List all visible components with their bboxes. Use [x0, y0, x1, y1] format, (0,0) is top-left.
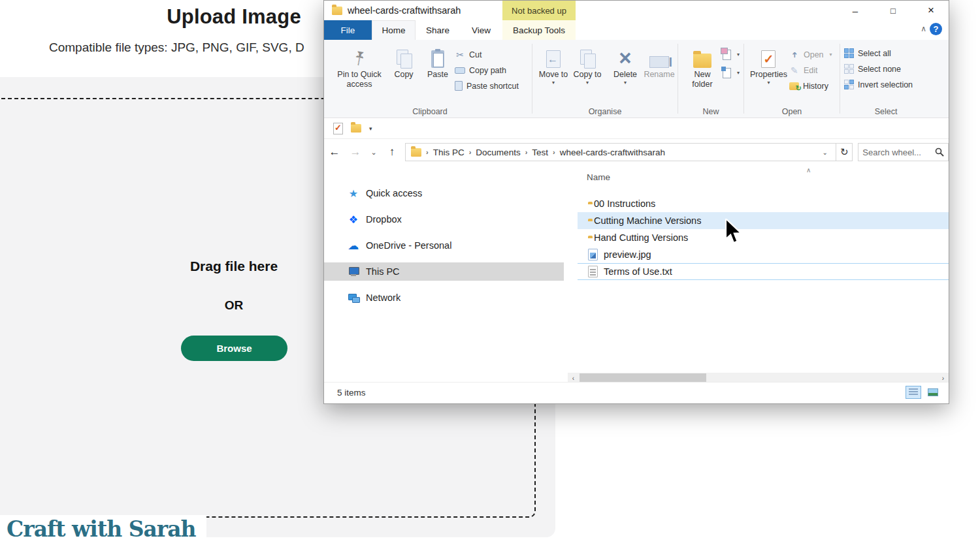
- select-all-button[interactable]: Select all: [844, 47, 913, 59]
- qat-folder-icon[interactable]: [351, 124, 361, 133]
- file-row-terms-of-use-txt[interactable]: Terms of Use.txt: [578, 263, 949, 280]
- scroll-left-icon[interactable]: ‹: [568, 375, 579, 382]
- details-view-icon: [909, 388, 918, 396]
- search-box[interactable]: [858, 143, 949, 161]
- file-list-pane: ∧ Name 00 Instructions Cutting Machine V…: [578, 165, 949, 373]
- scrollbar-thumb[interactable]: [580, 373, 706, 383]
- open-icon: [789, 50, 800, 60]
- maximize-button[interactable]: □: [878, 1, 908, 20]
- file-row-cutting-machine-versions[interactable]: Cutting Machine Versions: [578, 212, 949, 229]
- delete-button[interactable]: Delete: [608, 43, 642, 87]
- new-folder-icon: [693, 54, 711, 68]
- thumbnail-view-button[interactable]: [925, 386, 941, 399]
- edit-button[interactable]: Edit: [789, 64, 832, 76]
- window-folder-icon: [332, 7, 342, 15]
- paste-icon: [431, 50, 444, 68]
- breadcrumb-this-pc[interactable]: This PC: [431, 146, 467, 159]
- help-icon[interactable]: ?: [930, 23, 942, 35]
- ribbon-group-open: Properties Open Edit History Open: [744, 40, 840, 118]
- close-button[interactable]: ×: [916, 1, 946, 20]
- search-icon: [935, 148, 944, 157]
- recent-locations-dropdown-icon[interactable]: ⌄: [366, 148, 382, 157]
- select-none-button[interactable]: Select none: [844, 63, 913, 75]
- navigation-pane: Quick access Dropbox OneDrive - Personal…: [324, 165, 576, 382]
- qat-customize-dropdown-icon[interactable]: ▾: [369, 125, 372, 132]
- invert-selection-button[interactable]: Invert selection: [844, 78, 913, 91]
- sidebar-item-quick-access[interactable]: Quick access: [324, 184, 564, 202]
- text-file-icon: [588, 266, 598, 277]
- move-to-button[interactable]: Move to: [536, 43, 570, 87]
- column-header-name[interactable]: Name: [587, 172, 610, 182]
- forward-button[interactable]: →: [345, 146, 366, 159]
- copy-path-icon: [455, 67, 465, 74]
- back-button[interactable]: ←: [324, 146, 345, 159]
- breadcrumb-current-folder[interactable]: wheel-cards-craftwithsarah: [557, 146, 668, 159]
- tab-view[interactable]: View: [460, 20, 502, 40]
- breadcrumb-test[interactable]: Test: [529, 146, 551, 159]
- select-none-icon: [844, 64, 854, 74]
- navigation-bar: ← → ⌄ ↑ This PC Documents Test wheel-car…: [324, 139, 949, 165]
- new-folder-button[interactable]: New folder: [682, 43, 723, 91]
- file-row-00-instructions[interactable]: 00 Instructions: [578, 195, 949, 212]
- new-group-label: New: [678, 107, 743, 116]
- quick-access-toolbar: ▾: [324, 118, 949, 139]
- sidebar-item-dropbox[interactable]: Dropbox: [324, 210, 564, 228]
- site-logo: Craft with Sarah: [0, 515, 206, 546]
- open-button[interactable]: Open: [789, 48, 832, 61]
- sidebar-item-onedrive[interactable]: OneDrive - Personal: [324, 236, 564, 255]
- address-dropdown-icon[interactable]: ⌄: [817, 149, 833, 156]
- image-file-icon: [588, 249, 598, 260]
- file-row-preview-jpg[interactable]: preview.jpg: [578, 246, 949, 263]
- chevron-right-icon[interactable]: [525, 148, 529, 156]
- move-to-icon: [546, 50, 561, 68]
- sort-ascending-icon[interactable]: ∧: [806, 166, 811, 174]
- easy-access-button[interactable]: [723, 48, 740, 61]
- file-row-hand-cutting-versions[interactable]: Hand Cutting Versions: [578, 229, 949, 246]
- details-view-button[interactable]: [906, 386, 921, 399]
- history-button[interactable]: History: [789, 80, 832, 92]
- clipboard-group-label: Clipboard: [328, 107, 532, 116]
- ribbon-group-clipboard: 📌︎ Pin to Quick access Copy Paste Cut Co…: [328, 40, 532, 118]
- copy-to-icon: [580, 50, 595, 68]
- status-bar: 5 items: [324, 382, 949, 403]
- ribbon-group-select: Select all Select none Invert selection …: [840, 40, 932, 118]
- paste-shortcut-button[interactable]: Paste shortcut: [455, 80, 519, 92]
- rename-button[interactable]: Rename: [642, 43, 676, 81]
- scroll-right-icon[interactable]: ›: [938, 375, 949, 382]
- sidebar-item-network[interactable]: Network: [324, 289, 564, 307]
- copy-to-button[interactable]: Copy to: [570, 43, 604, 87]
- thumbnail-view-icon: [928, 388, 938, 396]
- tab-share[interactable]: Share: [416, 20, 460, 40]
- tab-file[interactable]: File: [324, 20, 372, 40]
- collapse-ribbon-icon[interactable]: ∧: [921, 24, 926, 33]
- tab-backup-tools[interactable]: Backup Tools: [502, 20, 576, 40]
- chevron-right-icon[interactable]: [552, 148, 556, 156]
- copy-path-button[interactable]: Copy path: [455, 64, 519, 76]
- chevron-right-icon[interactable]: [425, 148, 429, 156]
- invert-selection-icon: [844, 80, 854, 89]
- breadcrumb-documents[interactable]: Documents: [473, 146, 523, 159]
- cut-button[interactable]: Cut: [455, 48, 519, 61]
- qat-properties-icon[interactable]: [333, 123, 343, 134]
- paste-button[interactable]: Paste: [421, 43, 455, 81]
- not-backed-up-badge: Not backed up: [502, 1, 576, 20]
- new-item-icon: [723, 68, 731, 78]
- cut-icon: [455, 50, 465, 60]
- minimize-button[interactable]: –: [840, 1, 870, 20]
- properties-button[interactable]: Properties: [748, 43, 789, 87]
- refresh-button[interactable]: ↻: [836, 143, 853, 161]
- new-item-button[interactable]: [723, 67, 740, 79]
- search-input[interactable]: [862, 148, 935, 157]
- sidebar-item-this-pc[interactable]: This PC: [324, 262, 564, 281]
- tab-home[interactable]: Home: [372, 20, 416, 40]
- view-toggles: [906, 386, 941, 399]
- copy-button[interactable]: Copy: [387, 43, 421, 81]
- up-button[interactable]: ↑: [382, 146, 402, 159]
- window-title: wheel-cards-craftwithsarah: [348, 5, 461, 16]
- pin-to-quick-access-button[interactable]: 📌︎ Pin to Quick access: [332, 43, 387, 91]
- mouse-cursor: [725, 219, 747, 245]
- chevron-right-icon[interactable]: [468, 148, 472, 156]
- browse-button[interactable]: Browse: [181, 336, 287, 361]
- address-bar[interactable]: This PC Documents Test wheel-cards-craft…: [405, 143, 836, 161]
- edit-icon: [789, 65, 800, 76]
